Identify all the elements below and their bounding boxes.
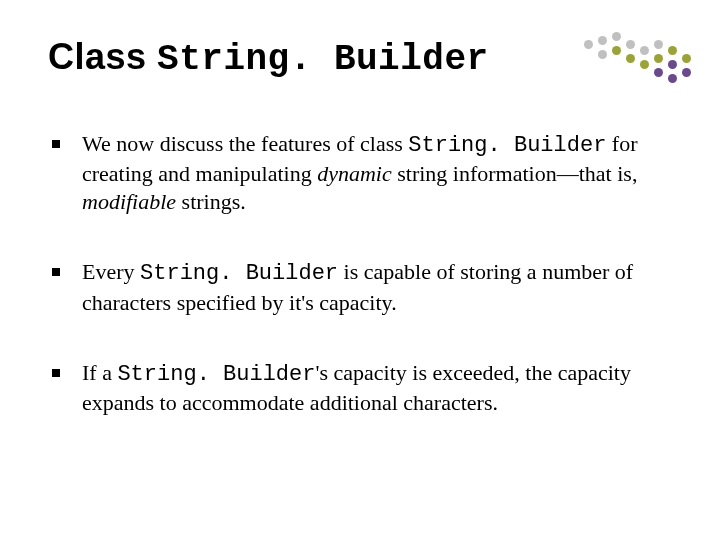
list-item: If a String. Builder's capacity is excee… — [48, 359, 672, 417]
text: string information—that is, — [392, 161, 638, 186]
italic-inline: modifiable — [82, 189, 176, 214]
title-prefix: Class — [48, 36, 157, 77]
decorative-dots — [584, 32, 694, 96]
code-inline: String. Builder — [117, 362, 315, 387]
slide: Class String. Builder We now discuss the… — [0, 0, 720, 540]
text: If a — [82, 360, 117, 385]
code-inline: String. Builder — [140, 261, 338, 286]
bullet-list: We now discuss the features of class Str… — [48, 130, 672, 417]
text: We now discuss the features of class — [82, 131, 408, 156]
italic-inline: dynamic — [317, 161, 392, 186]
list-item: Every String. Builder is capable of stor… — [48, 258, 672, 316]
code-inline: String. Builder — [408, 133, 606, 158]
text: Every — [82, 259, 140, 284]
slide-title: Class String. Builder — [48, 36, 672, 80]
list-item: We now discuss the features of class Str… — [48, 130, 672, 216]
title-code: String. Builder — [157, 39, 489, 80]
text: strings. — [176, 189, 246, 214]
